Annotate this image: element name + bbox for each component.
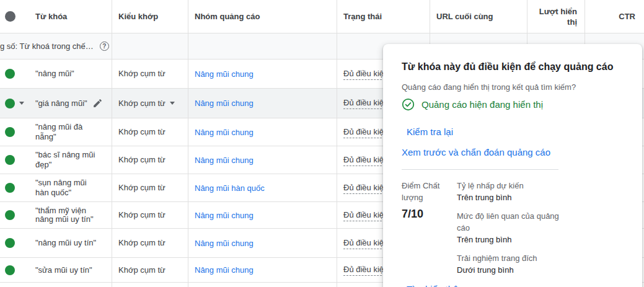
match-type-text: Khớp cụm từ <box>118 127 165 137</box>
recheck-link[interactable]: Kiểm tra lại <box>407 126 453 137</box>
match-type-text: Khớp cụm từ <box>118 183 165 193</box>
empty-cell <box>188 283 337 287</box>
metric-value: Dưới trung bình <box>457 264 559 276</box>
header-match-type-label: Kiểu khớp <box>118 12 158 21</box>
keyword-text: "nâng mũi" <box>35 69 74 79</box>
match-type-cell[interactable]: Khớp cụm từ <box>112 229 188 257</box>
enabled-dot-icon <box>5 265 15 275</box>
enabled-dot-icon <box>5 155 15 165</box>
enabled-dot-icon <box>5 238 15 248</box>
divider <box>402 169 558 170</box>
status-dot-cell[interactable] <box>0 118 29 146</box>
keyword-cell[interactable]: "giá nâng mũi" <box>29 89 112 118</box>
match-type-cell[interactable]: Khớp cụm từ <box>112 258 188 282</box>
ad-group-link[interactable]: Nâng mũi hàn quốc <box>195 183 265 193</box>
keyword-text: "sụn nâng mũi hàn quốc" <box>35 178 100 198</box>
keyword-text: "nâng mũi đà nẵng" <box>35 122 100 142</box>
ad-group-link[interactable]: Nâng mũi chung <box>195 239 254 248</box>
status-text[interactable]: Đủ điều kiện <box>343 154 388 166</box>
status-dot-cell[interactable] <box>0 60 29 88</box>
ad-group-link[interactable]: Nâng mũi chung <box>195 156 254 165</box>
ad-group-cell: Nâng mũi chung <box>188 229 337 257</box>
header-ctr-label: CTR <box>619 12 635 21</box>
ad-group-cell: Nâng mũi chung <box>188 146 337 174</box>
status-text[interactable]: Đủ điều kiện <box>343 182 388 194</box>
match-type-cell[interactable]: Khớp cụm từ <box>112 146 188 174</box>
help-icon[interactable]: ? <box>100 42 109 51</box>
quality-score-label: Điểm Chất lượng <box>402 180 446 203</box>
keyword-status-popover: Từ khóa này đủ điều kiện để chạy quảng c… <box>383 44 642 287</box>
keyword-cell[interactable]: "bác sĩ nâng mũi đẹp" <box>29 146 112 174</box>
serving-status-row: Quảng cáo hiện đang hiển thị <box>402 98 630 111</box>
status-text[interactable]: Đủ điều kiện <box>343 97 388 109</box>
status-dot-cell[interactable] <box>0 89 29 118</box>
status-dot-filter-icon[interactable] <box>5 11 15 22</box>
status-text[interactable]: Đủ điều kiện <box>343 68 388 80</box>
ad-group-link[interactable]: Nâng mũi chung <box>195 211 254 220</box>
keywords-page: Từ khóa Kiểu khớp Nhóm quảng cáo Trạng t… <box>0 0 644 287</box>
header-status-dot-cell[interactable] <box>0 0 29 33</box>
quality-score-section: Điểm Chất lượng 7/10 Tỷ lệ nhấp dự kiến … <box>402 180 630 283</box>
header-final-url-label: URL cuối cùng <box>436 12 493 21</box>
quality-metrics: Tỷ lệ nhấp dự kiến Trên trung bình Mức đ… <box>457 180 559 283</box>
keyword-cell[interactable]: "thẩm mỹ viện nâng mũi uy tín" <box>29 202 112 228</box>
match-type-cell[interactable]: Khớp cụm từ <box>112 202 188 228</box>
match-type-text: Khớp cụm từ <box>118 155 165 165</box>
ad-group-link[interactable]: Nâng mũi chung <box>195 265 254 275</box>
header-keyword[interactable]: Từ khóa <box>29 0 112 33</box>
check-circle-icon <box>402 98 415 111</box>
keyword-cell[interactable]: "sửa mũi uy tín" <box>29 258 112 282</box>
match-type-text: Khớp cụm từ <box>118 210 165 220</box>
header-ad-group[interactable]: Nhóm quảng cáo <box>188 0 337 33</box>
status-text[interactable]: Đủ điều kiện <box>343 264 388 276</box>
header-impressions-label: Lượt hiển thị <box>532 6 577 27</box>
keyword-cell[interactable]: "nâng mũi" <box>29 60 112 88</box>
header-keyword-label: Từ khóa <box>35 12 67 21</box>
status-dot-cell[interactable] <box>0 174 29 201</box>
header-status[interactable]: Trạng thái <box>337 0 430 33</box>
chevron-down-icon[interactable] <box>170 102 175 105</box>
summary-cell <box>112 33 188 59</box>
status-text[interactable]: Đủ điều kiện <box>343 210 388 221</box>
ad-group-link[interactable]: Nâng mũi chung <box>195 99 254 108</box>
header-match-type[interactable]: Kiểu khớp <box>112 0 188 33</box>
ad-group-link[interactable]: Nâng mũi chung <box>195 128 254 137</box>
match-type-text: Khớp cụm từ <box>118 265 165 275</box>
popover-question: Quảng cáo đang hiển thị trong kết quả tì… <box>402 81 578 94</box>
preview-diagnose-link[interactable]: Xem trước và chẩn đoán quảng cáo <box>402 147 630 157</box>
empty-cell <box>0 283 112 287</box>
header-impressions[interactable]: Lượt hiển thị <box>527 0 584 33</box>
match-type-cell[interactable]: Khớp cụm từ <box>112 174 188 201</box>
match-type-cell[interactable]: Khớp cụm từ <box>112 89 188 118</box>
metric-ad-relevance: Mức độ liên quan của quảng cáo Trên trun… <box>457 210 559 245</box>
ad-group-link[interactable]: Nâng mũi chung <box>195 69 254 79</box>
status-dot-cell[interactable] <box>0 202 29 228</box>
status-dot-cell[interactable] <box>0 146 29 174</box>
header-ctr[interactable]: CTR <box>584 0 644 33</box>
keyword-text: "bác sĩ nâng mũi đẹp" <box>35 150 100 170</box>
metric-expected-ctr: Tỷ lệ nhấp dự kiến Trên trung bình <box>457 180 559 203</box>
metric-label: Tỷ lệ nhấp dự kiến <box>457 180 559 192</box>
quality-score-value: 7/10 <box>402 208 457 221</box>
learn-more-link[interactable]: Tìm hiểu thêm <box>407 284 466 287</box>
keyword-cell[interactable]: "nâng mũi uy tín" <box>29 229 112 257</box>
enabled-dot-icon <box>5 183 15 193</box>
chevron-down-icon[interactable] <box>19 102 24 105</box>
match-type-cell[interactable]: Khớp cụm từ <box>112 118 188 146</box>
keyword-text: "sửa mũi uy tín" <box>35 265 92 275</box>
keyword-cell[interactable]: "nâng mũi đà nẵng" <box>29 118 112 146</box>
metric-landing-page: Trải nghiệm trang đích Dưới trung bình <box>457 252 559 276</box>
edit-pencil-icon[interactable] <box>92 98 103 108</box>
keyword-cell[interactable]: "sụn nâng mũi hàn quốc" <box>29 174 112 201</box>
header-final-url[interactable]: URL cuối cùng <box>430 0 527 33</box>
header-status-label: Trạng thái <box>343 12 382 21</box>
metric-label: Trải nghiệm trang đích <box>457 252 559 264</box>
enabled-dot-icon <box>5 210 15 220</box>
status-dot-cell[interactable] <box>0 229 29 257</box>
match-type-cell[interactable]: Khớp cụm từ <box>112 60 188 88</box>
status-dot-cell[interactable] <box>0 258 29 282</box>
ad-group-cell: Nâng mũi chung <box>188 202 337 228</box>
keyword-text: "thẩm mỹ viện nâng mũi uy tín" <box>35 206 100 224</box>
status-text[interactable]: Đủ điều kiện <box>343 126 388 138</box>
status-text[interactable]: Đủ điều kiện <box>343 237 388 249</box>
